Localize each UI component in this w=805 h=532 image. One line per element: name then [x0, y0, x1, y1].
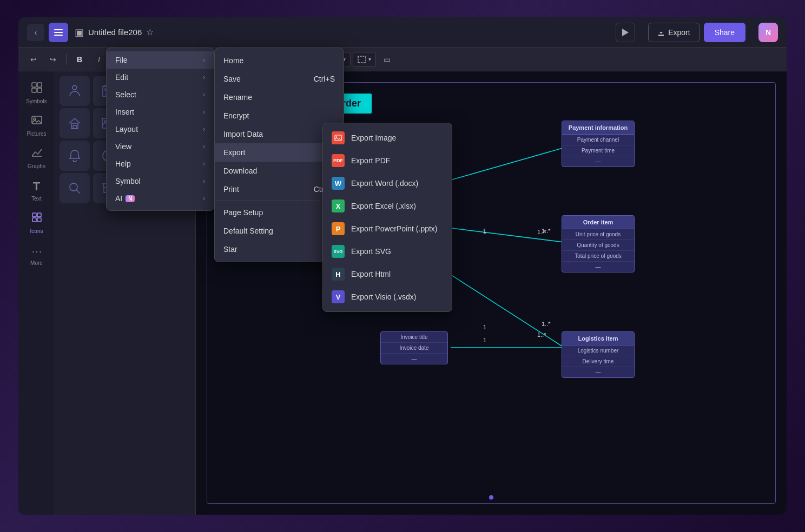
svg-line-47 [76, 190, 80, 194]
submenu-item-save[interactable]: Save Ctrl+S [215, 70, 344, 88]
file-icon: ▣ [75, 26, 84, 38]
uml-box-payment: Payment information Payment channel Paym… [562, 121, 635, 167]
symbol-arrow-icon: › [203, 177, 205, 185]
submenu-item-encrypt[interactable]: Encrypt [215, 107, 344, 125]
logistics-header: Logistics item [562, 332, 634, 345]
undo-button[interactable]: ↩ [25, 51, 42, 68]
text-label: Text [31, 196, 41, 202]
toolbar-separator-1 [66, 54, 67, 65]
menu-item-insert[interactable]: Insert › [107, 103, 214, 121]
svg-rect-18 [37, 218, 41, 222]
invoice-field-2: Invoice date [381, 343, 447, 354]
app-window: ‹ ▣ Untitled file206 ☆ Export Share N [18, 17, 787, 515]
view-arrow-icon: › [203, 143, 205, 150]
payment-field-1: Payment channel [562, 135, 634, 145]
icon-cell-search[interactable] [60, 173, 90, 203]
submenu-item-home[interactable]: Home [215, 51, 344, 70]
submenu-item-rename[interactable]: Rename [215, 88, 344, 107]
invoice-field-1: Invoice title [381, 332, 447, 343]
svg-point-19 [72, 85, 77, 90]
text-icon: T [33, 179, 40, 194]
export-image-icon [332, 131, 345, 144]
graphs-label: Graphs [28, 163, 45, 169]
menu-item-ai[interactable]: AI N › [107, 190, 214, 207]
star-button[interactable]: ☆ [146, 27, 154, 37]
export-pdf-icon: PDF [332, 154, 345, 167]
svg-rect-15 [32, 213, 36, 217]
menu-item-edit[interactable]: Edit › [107, 69, 214, 86]
export-pdf-item[interactable]: PDF Export PDF [323, 149, 452, 172]
svg-rect-16 [37, 213, 41, 217]
sidebar-item-more[interactable]: ⋯ More [22, 240, 52, 270]
icon-cell-bell[interactable] [60, 141, 90, 171]
svg-rect-10 [37, 83, 42, 87]
redo-button[interactable]: ↪ [44, 51, 62, 68]
multiplicity-1b: 1 [483, 324, 486, 330]
menu-item-symbol[interactable]: Symbol › [107, 172, 214, 190]
export-ppt-item[interactable]: P Export PowerPoint (.pptx) [323, 217, 452, 240]
uml-box-invoice: Invoice title Invoice date — [380, 331, 448, 364]
svg-rect-1 [54, 32, 63, 33]
export-visio-item[interactable]: V Export Visio (.vsdx) [323, 285, 452, 308]
export-svg-item[interactable]: SVG Export SVG [323, 240, 452, 263]
export-word-icon: W [332, 177, 345, 190]
export-html-icon: H [332, 268, 345, 281]
bold-button[interactable]: B [71, 51, 88, 68]
menu-item-file[interactable]: File › [107, 51, 214, 69]
italic-button[interactable]: I [90, 51, 108, 68]
sidebar-item-graphs[interactable]: Graphs [22, 143, 52, 173]
menu-item-layout[interactable]: Layout › [107, 121, 214, 138]
menu-item-select[interactable]: Select › [107, 86, 214, 103]
logistics-field-2: Delivery time [562, 356, 634, 367]
export-svg-icon: SVG [332, 245, 345, 258]
sidebar-item-text[interactable]: T Text [22, 175, 52, 205]
svg-rect-17 [32, 218, 36, 222]
scroll-indicator [489, 495, 493, 500]
pictures-label: Pictures [27, 131, 46, 137]
export-button[interactable]: Export [648, 23, 699, 42]
export-word-item[interactable]: W Export Word (.docx) [323, 172, 452, 195]
hamburger-menu-button[interactable] [49, 23, 68, 42]
help-arrow-icon: › [203, 160, 205, 168]
border-style-select[interactable]: ▾ [353, 52, 376, 67]
icon-cell-person[interactable] [60, 76, 90, 106]
play-button[interactable] [616, 23, 635, 42]
edit-arrow-icon: › [203, 74, 205, 81]
svg-rect-0 [54, 29, 63, 30]
sidebar-item-icons[interactable]: Icons [22, 208, 52, 238]
left-sidebar: Symbols Pictures [18, 71, 55, 515]
sidebar-item-symbols[interactable]: Symbols [22, 78, 52, 108]
share-button[interactable]: Share [704, 23, 745, 42]
export-html-item[interactable]: H Export Html [323, 263, 452, 285]
svg-point-46 [70, 183, 77, 191]
menu-item-view[interactable]: View › [107, 138, 214, 155]
order-item-field-2: Quantity of goods [562, 240, 634, 251]
export-excel-item[interactable]: X Export Excel (.xlsx) [323, 195, 452, 217]
pictures-icon [31, 114, 43, 129]
invoice-field-3: — [381, 354, 447, 364]
order-item-field-1: Unit price of goods [562, 229, 634, 240]
icons-label: Icons [30, 228, 43, 234]
icons-icon [31, 211, 43, 226]
file-menu[interactable]: File › Edit › Select › Insert › Layout ›… [106, 48, 214, 211]
export-image-item[interactable]: Export Image [323, 127, 452, 149]
export-visio-icon: V [332, 290, 345, 303]
frame-button[interactable]: ▭ [378, 51, 395, 68]
back-button[interactable]: ‹ [27, 24, 44, 41]
menu-item-help[interactable]: Help › [107, 155, 214, 172]
more-label: More [30, 260, 43, 266]
svg-rect-28 [71, 123, 78, 129]
select-arrow-icon: › [203, 91, 205, 98]
order-item-field-4: — [562, 262, 634, 272]
svg-text:1..*: 1..* [537, 331, 546, 338]
ai-arrow-icon: › [203, 195, 205, 202]
payment-field-3: — [562, 156, 634, 167]
save-shortcut: Ctrl+S [314, 75, 335, 83]
symbols-icon [31, 82, 43, 96]
icon-cell-home[interactable] [60, 108, 90, 138]
svg-rect-29 [73, 125, 76, 129]
more-icon: ⋯ [31, 245, 42, 258]
symbols-label: Symbols [26, 98, 47, 104]
sidebar-item-pictures[interactable]: Pictures [22, 110, 52, 141]
export-submenu[interactable]: Export Image PDF Export PDF W Export Wor… [322, 123, 452, 312]
